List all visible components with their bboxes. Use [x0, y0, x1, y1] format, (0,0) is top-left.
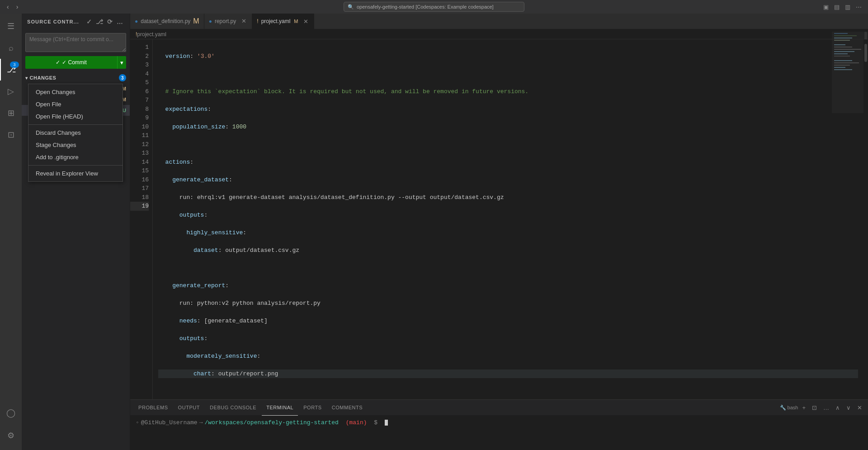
- panel-more-icon[interactable]: …: [821, 403, 831, 412]
- tab-close-icon[interactable]: ✕: [302, 17, 309, 26]
- terminal-cursor: [385, 420, 388, 426]
- split-terminal-icon[interactable]: ⊡: [810, 403, 819, 412]
- menu-stage-changes[interactable]: Stage Changes: [28, 139, 123, 151]
- code-line-1: version: '3.0': [158, 52, 858, 61]
- editor-wrapper: ! project.yaml 1 2 3 4 5 6 7 8 9 10 11 1…: [130, 29, 868, 399]
- tab-file-icon: ●: [209, 18, 212, 24]
- nav-back-button[interactable]: ‹: [5, 2, 11, 11]
- scrollbar[interactable]: [863, 39, 868, 399]
- tab-label: project.yaml: [261, 18, 291, 24]
- tab-terminal[interactable]: TERMINAL: [262, 400, 298, 416]
- nav-forward-button[interactable]: ›: [14, 2, 21, 11]
- line-num: 19: [130, 202, 149, 211]
- terminal-dollar: $: [374, 419, 377, 426]
- dropdown-chevron-icon: ▾: [120, 59, 123, 66]
- editor-area: ● dataset_definition.py M ● report.py ✕ …: [130, 14, 868, 450]
- line-numbers: 1 2 3 4 5 6 7 8 9 10 11 12 13 14 15 16 1: [130, 39, 153, 399]
- code-line-6: [158, 140, 858, 149]
- changes-badge: 3: [119, 74, 126, 81]
- line-num: 13: [130, 149, 149, 158]
- source-control-activity-icon[interactable]: ⎇: [0, 59, 22, 81]
- terminal-prompt: ◦ @GitHub_Username → /workspaces/opensaf…: [136, 419, 863, 426]
- search-activity-icon[interactable]: ⌕: [0, 37, 22, 59]
- menu-add-gitignore[interactable]: Add to .gitignore: [28, 151, 123, 163]
- line-num: 7: [130, 96, 149, 105]
- minimap: [832, 39, 868, 174]
- run-debug-activity-icon[interactable]: ▷: [0, 81, 22, 102]
- more-options-icon[interactable]: …: [116, 17, 124, 26]
- terminal-branch: (main): [346, 419, 367, 426]
- tab-comments[interactable]: COMMENTS: [327, 400, 368, 416]
- minimap-svg: [832, 39, 868, 174]
- terminal-shell-label: 🔧 bash: [780, 405, 798, 411]
- panel-minimize-icon[interactable]: ∧: [833, 403, 842, 412]
- line-num: 15: [130, 166, 149, 175]
- menu-discard-changes[interactable]: Discard Changes: [28, 127, 123, 139]
- new-terminal-icon[interactable]: +: [800, 403, 808, 412]
- title-search-text: opensafely-getting-started [Codespaces: …: [357, 4, 494, 9]
- svg-rect-16: [832, 39, 868, 113]
- code-area[interactable]: 1 2 3 4 5 6 7 8 9 10 11 12 13 14 15 16 1: [130, 39, 868, 399]
- title-search-bar[interactable]: 🔍 opensafely-getting-started [Codespaces…: [344, 2, 524, 12]
- line-num: 17: [130, 184, 149, 193]
- breadcrumb-text: project.yaml: [137, 31, 166, 38]
- terminal-panel: PROBLEMS OUTPUT DEBUG CONSOLE TERMINAL P…: [130, 399, 868, 450]
- terminal-content[interactable]: ◦ @GitHub_Username → /workspaces/opensaf…: [130, 416, 868, 450]
- tab-ports[interactable]: PORTS: [299, 400, 326, 416]
- menu-open-changes[interactable]: Open Changes: [28, 86, 123, 98]
- explorer-activity-icon[interactable]: ☰: [0, 15, 22, 37]
- line-num: 3: [130, 61, 149, 70]
- line-num: 4: [130, 70, 149, 79]
- code-line-14: generate_report:: [158, 281, 858, 290]
- menu-open-file-head[interactable]: Open File (HEAD): [28, 110, 123, 123]
- tab-output[interactable]: OUTPUT: [174, 400, 205, 416]
- commit-button-row: ✓ ✓ Commit ▾: [25, 56, 126, 69]
- editor-toggle-icon[interactable]: ▤: [832, 3, 841, 11]
- more-icon[interactable]: ⋯: [854, 3, 863, 11]
- panel-maximize-icon[interactable]: ∨: [844, 403, 853, 412]
- panel-close-icon[interactable]: ✕: [855, 403, 864, 412]
- code-line-9: run: ehrql:v1 generate-dataset analysis/…: [158, 193, 858, 202]
- commit-message-input[interactable]: [25, 33, 126, 52]
- tab-close-icon[interactable]: ✕: [241, 17, 247, 25]
- changes-section-header[interactable]: ▾ Changes 3: [22, 72, 130, 83]
- tab-dataset-definition[interactable]: ● dataset_definition.py M: [130, 14, 204, 29]
- code-line-17: outputs:: [158, 334, 858, 343]
- shell-name: bash: [788, 405, 798, 410]
- changes-chevron-icon: ▾: [25, 76, 28, 81]
- tab-debug-console[interactable]: DEBUG CONSOLE: [205, 400, 261, 416]
- app: ☰ ⌕ ⎇ ▷ ⊞ ⊡ ◯ ⚙ SOURCE CONTR... ✓ ⎇ ⟳ … …: [0, 14, 868, 450]
- code-line-8: generate_dataset:: [158, 175, 858, 185]
- account-activity-icon[interactable]: ◯: [0, 402, 22, 424]
- code-line-5: population_size: 1000: [158, 123, 858, 132]
- terminal-arrow: →: [199, 419, 203, 426]
- remote-explorer-activity-icon[interactable]: ⊡: [0, 124, 22, 146]
- settings-activity-icon[interactable]: ⚙: [0, 425, 22, 446]
- commit-checkmark-icon: ✓: [56, 59, 60, 66]
- branch-icon[interactable]: ⎇: [95, 17, 104, 26]
- checkmark-icon[interactable]: ✓: [85, 17, 93, 26]
- tab-file-icon: !: [257, 18, 258, 24]
- panel-toggle-icon[interactable]: ▥: [843, 3, 852, 11]
- window-controls: ▣ ▤ ▥ ⋯: [821, 3, 863, 11]
- tab-report-py[interactable]: ● report.py ✕: [204, 14, 253, 29]
- tab-project-yaml[interactable]: ! project.yaml M ✕: [252, 14, 314, 29]
- tab-problems[interactable]: PROBLEMS: [134, 400, 173, 416]
- nav-buttons: ‹ ›: [5, 2, 20, 11]
- code-line-3: # Ignore this `expectation` block. It is…: [158, 87, 858, 96]
- code-line-18: moderately_sensitive:: [158, 352, 858, 361]
- tab-label: dataset_definition.py: [141, 18, 190, 24]
- code-line-2: [158, 70, 858, 79]
- commit-dropdown-button[interactable]: ▾: [117, 56, 126, 69]
- code-editor[interactable]: version: '3.0' # Ignore this `expectatio…: [153, 39, 863, 399]
- code-line-13: [158, 264, 858, 273]
- sidebar-header-icons: ✓ ⎇ ⟳ …: [85, 17, 124, 26]
- menu-reveal-explorer[interactable]: Reveal in Explorer View: [28, 167, 123, 180]
- sidebar-toggle-icon[interactable]: ▣: [821, 3, 830, 11]
- menu-open-file[interactable]: Open File: [28, 98, 123, 110]
- commit-button[interactable]: ✓ ✓ Commit: [25, 56, 117, 69]
- panel-tabs: PROBLEMS OUTPUT DEBUG CONSOLE TERMINAL P…: [130, 400, 868, 416]
- sidebar-title: SOURCE CONTR...: [27, 19, 79, 24]
- refresh-icon[interactable]: ⟳: [106, 17, 114, 26]
- extensions-activity-icon[interactable]: ⊞: [0, 102, 22, 124]
